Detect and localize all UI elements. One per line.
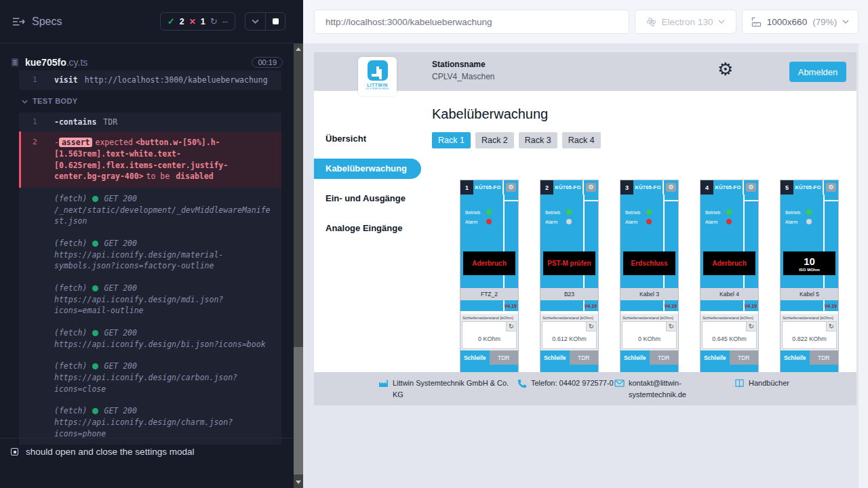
scrollbar-track[interactable] [294,43,303,488]
station-info: Stationsname CPLV4_Maschen [432,60,495,81]
scrollbar-thumb[interactable] [294,347,303,474]
electron-icon [646,17,656,27]
fetch-status: GET 200 [104,361,136,372]
xhr-log-entry[interactable]: (fetch) GET 200 https://api.iconify.desi… [19,322,281,355]
monitoring-card: 5 KÜ705-FO ⚙ Betrieb Alarm 10 ISO MOhm [780,180,839,373]
loop-resistance-value: 0.822 KOhm [783,336,836,342]
app-under-test: LITTWIN SYSTEMTECHNIK Stationsname CPLV4… [314,52,856,405]
rack-tab[interactable]: Rack 2 [475,132,514,148]
cable-name: FTZ_2 [460,288,518,300]
settings-gear-icon[interactable]: ⚙ [717,60,733,78]
nav-item[interactable]: Übersicht [314,129,422,149]
pending-test-row[interactable]: should open and close the settings modal [0,438,294,465]
gear-icon: ⚙ [828,184,833,190]
address-bar[interactable]: http://localhost:3000/kabelueberwachung [314,9,629,34]
scroll-up-arrow[interactable] [294,44,303,54]
station-name: CPLV4_Maschen [432,72,495,81]
cypress-runner-panel: Specs ✓ 2 ✕ 1 ↻ -- kue705fo.cy.ts 00:19 [0,0,294,488]
card-settings-button[interactable]: ⚙ [746,183,756,192]
tdr-button[interactable]: TDR [810,350,839,365]
loop-resistance-box: ↻ 0 KOhm [622,321,677,349]
footer-manuals-link[interactable]: Handbücher [734,378,789,389]
schleife-button[interactable]: Schleife [781,350,810,365]
cable-name: Kabel 4 [701,288,758,300]
xhr-log-entry[interactable]: (fetch) GET 200 https://api.iconify.desi… [19,355,281,400]
schleife-button[interactable]: Schleife [460,350,490,365]
footer-email: kontakt@littwin-systemtechnik.de [614,378,701,400]
scroll-down-arrow[interactable] [294,477,303,487]
loop-resistance-value: 0 KOhm [623,336,676,342]
failed-count: 1 [201,17,205,26]
failed-assert-row[interactable]: 2-assertexpected<button.w-[50%].h-[1.563… [19,131,281,188]
visit-command-row[interactable]: 1visithttp://localhost:3000/kabelueberwa… [19,70,281,90]
runner-scrollbar [294,0,303,488]
collapse-runner-button[interactable] [245,13,265,30]
gear-icon: ⚙ [508,184,513,190]
card-number: 5 [781,180,793,195]
nav-item[interactable]: Analoge Eingänge [314,218,422,239]
refresh-button[interactable]: ↻ [826,322,836,331]
specs-menu-icon[interactable] [12,17,25,26]
nav-item-label: Analoge Eingänge [326,223,402,233]
xhr-log-entry[interactable]: (fetch) GET 200 /_next/static/developmen… [19,188,281,232]
schleife-button[interactable]: Schleife [540,350,570,365]
card-title: KÜ705-FO [553,180,583,195]
fetch-label: (fetch) [54,405,87,417]
tdr-button[interactable]: TDR [650,350,679,365]
stop-icon [273,18,279,24]
fetch-label: (fetch) [54,327,87,339]
test-body-section-header[interactable]: TEST BODY [22,96,281,107]
nav-item-label: Kabelüberwachung [326,163,407,174]
failed-icon: ✕ [189,17,196,26]
gear-icon: ⚙ [588,184,593,190]
tdr-button[interactable]: TDR [490,350,519,365]
spec-name: kue705fo [25,57,66,68]
alarm-led [646,219,652,224]
chevron-down-icon [252,19,259,24]
betrieb-led [726,209,732,215]
monitoring-card: 3 KÜ705-FO ⚙ Betrieb Alarm Erdschluss [620,180,679,373]
tdr-button[interactable]: TDR [730,350,759,365]
card-settings-button[interactable]: ⚙ [666,183,676,192]
stage-scroll-strip[interactable] [859,43,868,488]
xhr-log-entry[interactable]: (fetch) GET 200 https://api.iconify.desi… [19,277,281,322]
loop-resistance-box: ↻ 0.612 KOhm [542,321,597,349]
alarm-led [566,219,572,224]
contains-command-row[interactable]: 1-containsTDR [19,113,281,132]
card-number: 3 [620,180,633,195]
card-settings-button[interactable]: ⚙ [586,183,596,192]
pending-icon: ↻ [210,16,218,26]
logout-button[interactable]: Abmelden [789,62,846,82]
company-logo: LITTWIN SYSTEMTECHNIK [358,57,397,96]
spec-file-icon [11,58,19,67]
refresh-icon: ↻ [509,323,514,330]
rack-tab[interactable]: Rack 4 [562,132,601,148]
refresh-button[interactable]: ↻ [506,322,516,331]
status-display: Aderbruch [463,251,515,275]
email-icon [614,379,625,388]
refresh-icon: ↻ [589,323,594,330]
xhr-log-entry[interactable]: (fetch) GET 200 https://api.iconify.desi… [19,232,281,277]
nav-item[interactable]: Kabelüberwachung [314,159,421,179]
rack-tab[interactable]: Rack 1 [432,132,471,148]
card-settings-button[interactable]: ⚙ [506,183,516,192]
browser-select[interactable]: Electron 130 [635,9,736,34]
nav-item[interactable]: Ein- und Ausgänge [314,188,422,209]
tdr-button[interactable]: TDR [570,350,599,365]
rack-tab[interactable]: Rack 3 [519,132,557,148]
status-ok-dot [92,363,98,369]
refresh-button[interactable]: ↻ [586,322,596,331]
schleife-button[interactable]: Schleife [701,350,730,365]
status-ok-dot [92,285,98,291]
status-ok-dot [92,408,98,414]
fetch-status: GET 200 [104,327,136,339]
loop-resistance-label: Schleifenwiderstand [kOhm] [703,316,757,320]
stop-button[interactable] [265,13,285,30]
schleife-button[interactable]: Schleife [620,350,650,365]
refresh-button[interactable]: ↻ [666,322,676,331]
refresh-button[interactable]: ↻ [746,322,756,331]
nav-item-label: Übersicht [326,134,366,144]
viewport-select[interactable]: 1000x660 (79%) [742,9,859,34]
card-settings-button[interactable]: ⚙ [826,183,836,192]
cable-name: Kabel 3 [620,288,678,300]
